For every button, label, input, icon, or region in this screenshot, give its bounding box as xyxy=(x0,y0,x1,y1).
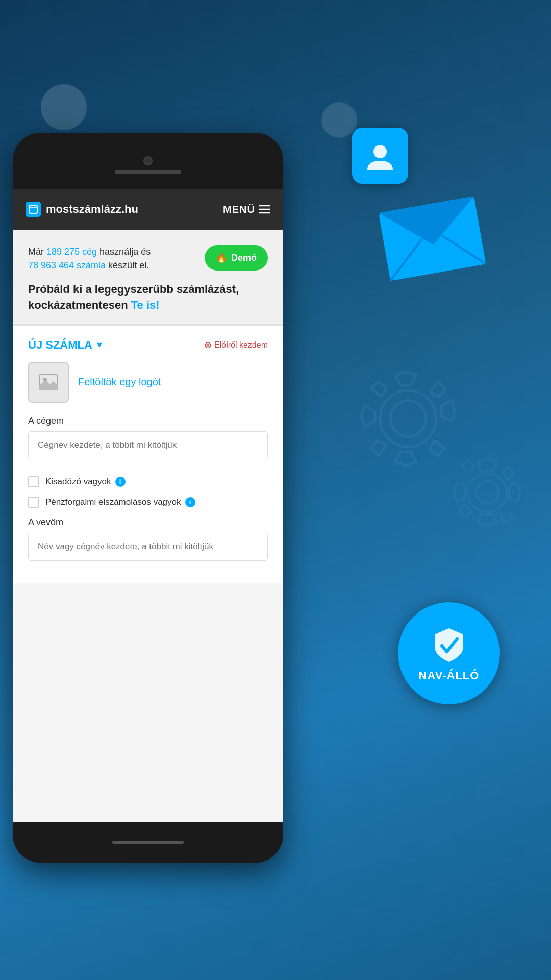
svg-point-2 xyxy=(468,473,507,512)
upload-text[interactable]: Feltöltök egy logót xyxy=(78,376,161,388)
user-badge xyxy=(352,128,408,184)
home-indicator xyxy=(112,841,184,844)
gear-small-icon xyxy=(439,444,536,541)
logo-icon xyxy=(26,202,41,217)
svg-rect-9 xyxy=(29,205,37,213)
phone-camera xyxy=(143,156,153,165)
kisadozo-checkbox[interactable] xyxy=(28,476,39,487)
penzforgalmi-info-icon[interactable]: i xyxy=(185,497,195,507)
penzforgalmi-checkbox[interactable] xyxy=(28,497,39,508)
nav-badge: NAV-ÁLLÓ xyxy=(398,602,500,704)
penzforgalmi-checkbox-item[interactable]: Pénzforgalmi elszámolásos vagyok i xyxy=(28,497,268,508)
hero-stats-text: Már 189 275 cég használja és 78 963 464 … xyxy=(28,245,205,273)
company-field-label: A cégem xyxy=(28,415,268,426)
hero-tagline: Próbáld ki a legegyszerűbb számlázást, k… xyxy=(28,282,268,313)
demo-button[interactable]: 🔥 Demó xyxy=(205,245,268,271)
form-section: ÚJ SZÁMLA ▼ ⊗ Elölről kezdem Feltö xyxy=(13,326,283,583)
kisadozo-info-icon[interactable]: i xyxy=(115,477,126,487)
svg-marker-16 xyxy=(39,380,58,390)
app-header: mostszámlázz.hu MENÜ xyxy=(13,189,283,230)
svg-point-0 xyxy=(380,390,436,447)
envelope-icon xyxy=(373,181,489,284)
app-logo: mostszámlázz.hu xyxy=(26,202,138,217)
logo-text: mostszámlázz.hu xyxy=(46,203,138,216)
phone-top-bar xyxy=(13,133,283,189)
menu-button[interactable]: MENÜ xyxy=(223,204,270,215)
app-content: mostszámlázz.hu MENÜ Már 189 275 cég has… xyxy=(13,189,283,822)
phone-speaker xyxy=(115,170,181,174)
company-input[interactable] xyxy=(28,431,268,459)
phone-bottom-bar xyxy=(13,822,283,863)
reset-button[interactable]: ⊗ Elölről kezdem xyxy=(204,339,268,351)
nav-badge-text: NAV-ÁLLÓ xyxy=(419,669,480,682)
svg-point-1 xyxy=(390,401,426,436)
hero-stats: Már 189 275 cég használja és 78 963 464 … xyxy=(28,245,268,273)
hero-section: Már 189 275 cég használja és 78 963 464 … xyxy=(13,230,283,324)
checkbox-group: Kisadózó vagyok i Pénzforgalmi elszámolá… xyxy=(28,476,268,508)
logo-upload-area[interactable]: Feltöltök egy logót xyxy=(28,362,268,403)
buyer-section: A vevőm xyxy=(28,517,268,570)
penzforgalmi-label: Pénzforgalmi elszámolásos vagyok i xyxy=(45,497,195,507)
kisadozo-label: Kisadózó vagyok i xyxy=(45,477,126,487)
dropdown-arrow-icon: ▼ xyxy=(95,340,104,350)
buyer-field-label: A vevőm xyxy=(28,517,268,528)
logo-placeholder-icon xyxy=(28,362,69,403)
svg-point-3 xyxy=(476,481,498,504)
bg-circle-1 xyxy=(41,84,87,130)
buyer-input[interactable] xyxy=(28,533,268,561)
section-header: ÚJ SZÁMLA ▼ ⊗ Elölről kezdem xyxy=(28,338,268,352)
phone-mockup: mostszámlázz.hu MENÜ Már 189 275 cég has… xyxy=(13,133,283,863)
section-title[interactable]: ÚJ SZÁMLA ▼ xyxy=(28,338,104,352)
kisadozo-checkbox-item[interactable]: Kisadózó vagyok i xyxy=(28,476,268,487)
bg-circle-2 xyxy=(321,102,357,138)
svg-point-8 xyxy=(373,145,387,158)
